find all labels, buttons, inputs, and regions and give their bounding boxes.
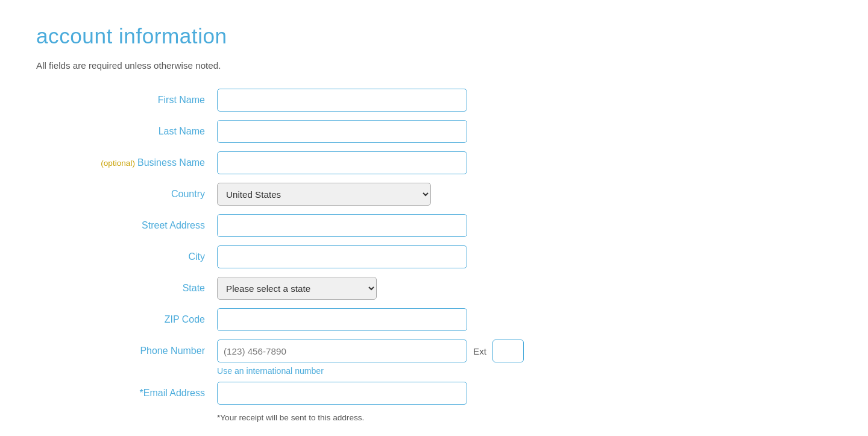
first-name-input[interactable] [217, 89, 467, 112]
zip-code-input[interactable] [217, 308, 467, 331]
business-name-row: (optional)Business Name [36, 151, 615, 174]
country-row: Country United States Canada United King… [36, 183, 615, 206]
business-name-input[interactable] [217, 151, 467, 174]
city-row: City [36, 245, 615, 268]
international-number-hint[interactable]: Use an international number [217, 366, 615, 376]
state-row: State Please select a state Alabama Alas… [36, 277, 615, 300]
country-label: Country [36, 189, 217, 200]
state-label: State [36, 283, 217, 294]
first-name-label: First Name [36, 95, 217, 106]
optional-tag: (optional) [101, 159, 135, 168]
page-title: account information [36, 24, 615, 48]
phone-number-input[interactable] [217, 340, 467, 362]
city-input[interactable] [217, 245, 467, 268]
city-label: City [36, 251, 217, 262]
last-name-row: Last Name [36, 120, 615, 143]
business-name-label: (optional)Business Name [36, 157, 217, 168]
email-receipt-note: *Your receipt will be sent to this addre… [217, 413, 615, 422]
zip-code-row: ZIP Code [36, 308, 615, 331]
email-row: *Email Address [36, 382, 615, 405]
ext-label: Ext [473, 346, 486, 356]
street-address-row: Street Address [36, 214, 615, 237]
street-address-label: Street Address [36, 220, 217, 231]
ext-input[interactable] [492, 340, 524, 362]
first-name-row: First Name [36, 89, 615, 112]
account-information-form: account information All fields are requi… [36, 24, 615, 422]
email-label: *Email Address [36, 388, 217, 399]
phone-number-row: Phone Number Ext [36, 340, 615, 362]
zip-code-label: ZIP Code [36, 314, 217, 325]
email-input[interactable] [217, 382, 467, 405]
phone-input-group: Ext [217, 340, 524, 362]
form-subtitle: All fields are required unless otherwise… [36, 60, 615, 71]
last-name-label: Last Name [36, 126, 217, 137]
street-address-input[interactable] [217, 214, 467, 237]
phone-number-label: Phone Number [36, 346, 217, 356]
country-select[interactable]: United States Canada United Kingdom Aust… [217, 183, 431, 206]
state-select[interactable]: Please select a state Alabama Alaska Ari… [217, 277, 377, 300]
last-name-input[interactable] [217, 120, 467, 143]
